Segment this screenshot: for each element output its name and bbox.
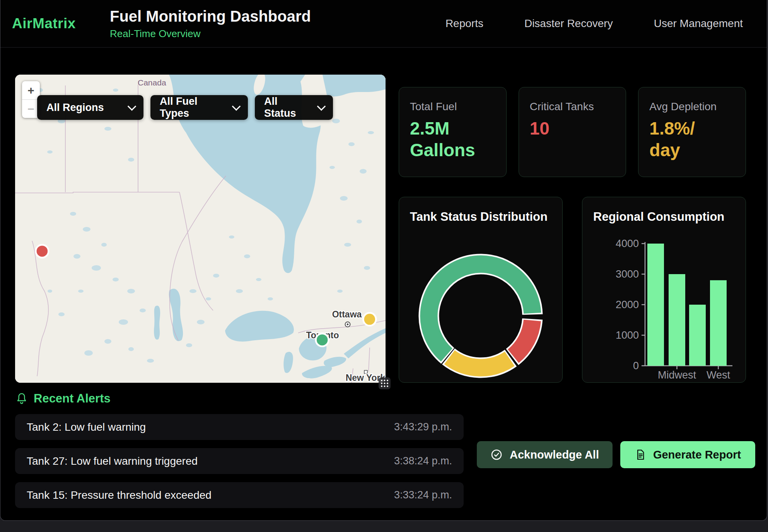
nav-item-user-management[interactable]: User Management — [654, 17, 743, 30]
filter-value: All Fuel Types — [160, 95, 225, 119]
drag-dots-icon — [380, 379, 389, 388]
filter-dropdown-all-regions[interactable]: All Regions — [37, 95, 143, 120]
chevron-down-icon — [317, 102, 326, 111]
city-dot-ottawa-inner — [347, 324, 349, 326]
alert-message: Tank 2: Low fuel warning — [27, 421, 146, 433]
generate-report-button[interactable]: Generate Report — [620, 441, 755, 468]
app-window: AirMatrix Fuel Monitoring Dashboard Real… — [0, 0, 767, 521]
tank-status-donut-chart — [410, 225, 551, 379]
stat-label: Critical Tanks — [530, 101, 615, 113]
acknowledge-all-button[interactable]: Acknowledge All — [477, 441, 613, 468]
generate-report-label: Generate Report — [653, 448, 741, 461]
svg-text:1000: 1000 — [616, 329, 639, 341]
alerts-title: Recent Alerts — [34, 392, 111, 406]
alert-message: Tank 15: Pressure threshold exceeded — [27, 489, 212, 501]
right-column: Total Fuel2.5M GallonsCritical Tanks10Av… — [399, 75, 746, 383]
svg-text:4000: 4000 — [616, 238, 639, 249]
bar-0 — [647, 244, 664, 366]
map-viewport: Canada Ottawa Toronto New York — [15, 75, 386, 383]
title-block: Fuel Monitoring Dashboard Real-Time Over… — [110, 8, 311, 40]
bell-icon — [16, 392, 27, 405]
bar-3 — [710, 280, 727, 366]
stat-value: 1.8%/day — [649, 118, 700, 161]
resize-handle[interactable] — [379, 377, 391, 389]
stat-label: Total Fuel — [410, 101, 495, 113]
stat-card-total-fuel: Total Fuel2.5M Gallons — [399, 87, 507, 177]
svg-text:Midwest: Midwest — [658, 369, 696, 380]
svg-text:2000: 2000 — [616, 299, 639, 310]
stat-value: 2.5M Gallons — [410, 118, 495, 161]
regional-consumption-bar-chart: 01000200030004000MidwestWest — [593, 225, 735, 380]
svg-text:West: West — [707, 369, 730, 380]
alert-row: Tank 2: Low fuel warning3:43:29 p.m. — [15, 414, 464, 440]
nav-item-disaster-recovery[interactable]: Disaster Recovery — [524, 17, 613, 30]
page-title: Fuel Monitoring Dashboard — [110, 8, 311, 25]
alert-actions: Acknowledge All Generate Report — [477, 441, 755, 468]
alert-row: Tank 15: Pressure threshold exceeded3:33… — [15, 482, 464, 508]
alert-timestamp: 3:33:24 p.m. — [394, 489, 452, 501]
bar-1 — [669, 274, 685, 366]
svg-text:0: 0 — [633, 360, 639, 372]
alert-row: Tank 27: Low fuel warning triggered3:38:… — [15, 448, 464, 474]
alert-message: Tank 27: Low fuel warning triggered — [27, 455, 198, 467]
tank-status-card: Tank Status Distribution — [399, 197, 563, 383]
bar-2 — [689, 305, 706, 366]
filter-dropdown-all-status[interactable]: All Status — [255, 95, 333, 120]
chevron-down-icon — [128, 102, 137, 111]
nav-item-reports[interactable]: Reports — [445, 17, 483, 30]
map-panel: Canada Ottawa Toronto New York + − All R… — [15, 75, 386, 383]
stat-label: Avg Depletion — [649, 101, 735, 113]
report-document-icon — [635, 448, 646, 461]
country-label: Canada — [138, 78, 166, 87]
main-nav: ReportsDisaster RecoveryUser Management — [445, 17, 743, 30]
filter-value: All Regions — [46, 102, 104, 114]
acknowledge-all-label: Acknowledge All — [510, 448, 599, 461]
charts-row: Tank Status Distribution Regional Consum… — [399, 197, 746, 383]
tank-marker-critical[interactable] — [36, 245, 48, 257]
tank-marker-normal[interactable] — [316, 334, 329, 346]
stat-value: 10 — [530, 118, 615, 139]
brand-logo: AirMatrix — [12, 15, 110, 32]
header: AirMatrix Fuel Monitoring Dashboard Real… — [0, 0, 767, 48]
stat-card-avg-depletion: Avg Depletion1.8%/day — [638, 87, 746, 177]
map-canvas[interactable]: Canada Ottawa Toronto New York — [15, 75, 386, 383]
map-filter-bar: All RegionsAll Fuel TypesAll Status — [37, 95, 333, 120]
alerts-header: Recent Alerts — [16, 392, 752, 406]
page-subtitle: Real-Time Overview — [110, 28, 311, 40]
tank-marker-warning[interactable] — [363, 313, 376, 326]
filter-value: All Status — [264, 95, 310, 119]
regional-consumption-card: Regional Consumption 01000200030004000Mi… — [582, 197, 746, 383]
stat-card-critical-tanks: Critical Tanks10 — [519, 87, 626, 177]
recent-alerts-section: Recent Alerts Tank 2: Low fuel warning3:… — [0, 392, 767, 516]
bar-chart-title: Regional Consumption — [593, 210, 735, 224]
lake-winnipegosis — [154, 306, 160, 340]
alert-timestamp: 3:43:29 p.m. — [394, 421, 452, 433]
donut-chart-title: Tank Status Distribution — [410, 210, 551, 224]
svg-text:3000: 3000 — [616, 268, 639, 280]
filter-dropdown-all-fuel-types[interactable]: All Fuel Types — [150, 95, 248, 120]
check-circle-icon — [490, 448, 503, 461]
alert-timestamp: 3:38:24 p.m. — [394, 455, 452, 467]
chevron-down-icon — [232, 102, 241, 111]
stats-row: Total Fuel2.5M GallonsCritical Tanks10Av… — [399, 87, 746, 177]
city-label-ottawa: Ottawa — [332, 309, 362, 319]
main-content: Canada Ottawa Toronto New York + − All R… — [15, 75, 746, 383]
